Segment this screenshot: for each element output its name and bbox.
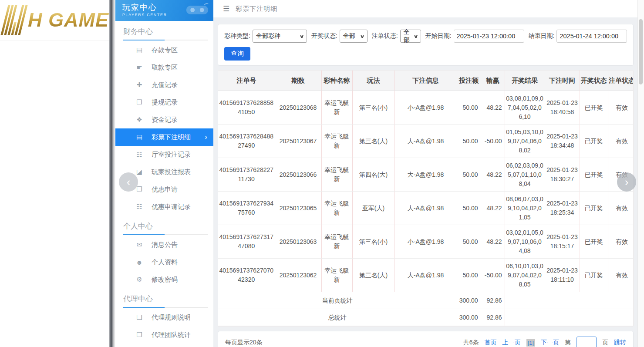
money-bag-icon: ✚	[135, 81, 144, 89]
user-icon: ☻	[135, 259, 144, 266]
sidebar-item-personal-profile[interactable]: ☻个人资料	[115, 253, 213, 271]
brand-logo: H GAME	[0, 0, 109, 40]
cell-issue: 20250123067	[275, 125, 321, 158]
draw-status-select[interactable]: 全部 ∨	[340, 30, 368, 43]
collapse-left-button[interactable]: ‹	[119, 172, 138, 192]
filter-panel: 彩种类型: 全部彩种 ∨ 开奖状态: 全部 ∨ 注单状态:	[218, 24, 634, 66]
sidebar-item-label: 个人资料	[152, 258, 178, 266]
sidebar-item-message-notice[interactable]: ✉消息公告	[115, 236, 213, 253]
cell-lottery-name: 幸运飞艇新	[321, 91, 352, 125]
sidebar-item-funds-records[interactable]: ❖资金记录	[115, 111, 213, 128]
cell-lottery-name: 幸运飞艇新	[321, 259, 352, 292]
page-size-text: 每页显示20条	[225, 339, 263, 347]
list-icon: ☷	[135, 203, 144, 211]
cell-play-type: 第三名(小)	[352, 225, 394, 259]
cell-bet-info: 大-A盘@1.98	[394, 125, 457, 158]
overlay-shadow	[109, 0, 115, 347]
sidebar-item-promo-apply-records[interactable]: ☷优惠申请记录	[115, 198, 213, 216]
sidebar-item-label: 修改密码	[152, 276, 178, 284]
sidebar-item-agent-rules[interactable]: ❏代理规则说明	[115, 309, 213, 326]
start-date-group: 开始日期:	[425, 30, 524, 43]
col-header-bet-amount: 投注额	[457, 71, 481, 91]
cell-issue: 20250123068	[275, 91, 321, 125]
draw-status-label: 开奖状态:	[311, 32, 337, 40]
vertical-scrollbar[interactable]	[637, 0, 644, 347]
summary-win-loss: 92.86	[481, 309, 505, 326]
underlying-page: H GAME	[0, 0, 109, 347]
sidebar-item-label: 消息公告	[152, 241, 178, 249]
cell-win-loss: 48.22	[481, 158, 505, 192]
lottery-type-group: 彩种类型: 全部彩种 ∨	[224, 30, 307, 43]
sidebar-item-hall-bet-records[interactable]: ☷厅室投注记录	[115, 146, 213, 163]
cell-draw-status: 已开奖	[580, 91, 608, 125]
pager-controls: 共6条 首页 上一页 [1] 下一页 第 页 跳转	[463, 337, 626, 347]
sidebar-item-label: 充值记录	[152, 81, 178, 89]
sidebar-item-withdraw-records[interactable]: ❒提现记录	[115, 94, 213, 111]
cell-lottery-name: 幸运飞艇新	[321, 158, 352, 192]
sidebar-item-recharge-records[interactable]: ✚充值记录	[115, 76, 213, 94]
chevron-down-icon: ∨	[360, 34, 365, 39]
table-row: 40156917376288584105020250123068幸运飞艇新第三名…	[218, 91, 634, 125]
cell-play-type: 第四名(大)	[352, 158, 394, 192]
start-date-input[interactable]	[454, 30, 524, 43]
cell-bet-info: 小-A盘@1.98	[394, 91, 457, 125]
cell-bet-time: 2025-01-23 18:25:34	[545, 192, 580, 225]
bet-status-select[interactable]: 全部 ∨	[400, 30, 421, 43]
cell-issue: 20250123066	[275, 158, 321, 192]
table-header-row: 注单号期数彩种名称玩法下注信息投注额输赢开奖结果下注时间开奖状态注单状态	[218, 71, 634, 91]
sidebar-item-label: 厅室投注记录	[152, 151, 191, 159]
end-date-group: 结束日期:	[529, 30, 627, 43]
first-page-link[interactable]: 首页	[485, 339, 497, 347]
cell-bet-amount: 50.00	[457, 225, 481, 259]
purse-icon: ❖	[135, 116, 144, 124]
scroll-right-button[interactable]: ›	[617, 172, 636, 192]
end-date-label: 结束日期:	[529, 32, 555, 40]
scrollbar-thumb[interactable]	[639, 19, 643, 84]
section-underline	[123, 307, 208, 308]
cell-bet-id: 401569173762707042320	[218, 259, 275, 292]
jump-button[interactable]: 跳转	[614, 339, 626, 347]
cell-draw-result: 08,06,07,03,09,10,04,02,01,05	[505, 192, 545, 225]
table-row: 40156917376279347576020250123065幸运飞艇新亚军(…	[218, 192, 634, 225]
col-header-bet-time: 下注时间	[545, 71, 580, 91]
sidebar-item-deposit-zone[interactable]: ▤存款专区	[115, 41, 213, 59]
cell-win-loss: -50.00	[481, 259, 505, 292]
report-chart-icon: ◪	[135, 168, 144, 176]
list-icon: ☷	[135, 151, 144, 158]
col-header-draw-status: 开奖状态	[580, 71, 608, 91]
cell-draw-result: 06,10,01,03,09,07,04,02,08,05	[505, 259, 545, 292]
sidebar-item-label: 彩票下注明细	[152, 133, 191, 141]
chevron-right-icon: ›	[205, 133, 207, 141]
col-header-bet-info: 下注信息	[394, 71, 457, 91]
document-icon: ❏	[135, 313, 144, 321]
sidebar-item-lottery-bet-detail[interactable]: ▤彩票下注明细›	[115, 128, 213, 146]
sidebar-item-agent-team-stats[interactable]: ❐代理团队统计	[115, 326, 213, 344]
ticket-list-icon: ▤	[135, 133, 144, 141]
sidebar-item-label: 资金记录	[152, 116, 178, 124]
col-header-bet-status: 注单状态	[608, 71, 634, 91]
summary-bet-amount: 300.00	[457, 292, 481, 309]
end-date-input[interactable]	[556, 30, 627, 43]
sidebar-item-change-password[interactable]: ⚙修改密码	[115, 271, 213, 288]
gear-icon: ⚙	[135, 276, 144, 283]
jump-page-input[interactable]	[577, 337, 597, 347]
table-row: 40156917376270704232020250123062幸运飞艇新第三名…	[218, 259, 634, 292]
menu-toggle-icon[interactable]: ☰	[223, 4, 229, 13]
lottery-type-label: 彩种类型:	[224, 32, 250, 40]
current-page-indicator[interactable]: [1]	[526, 339, 535, 347]
cell-bet-status: 有效	[608, 125, 634, 158]
cell-play-type: 第三名(小)	[352, 91, 394, 125]
next-page-link[interactable]: 下一页	[541, 339, 559, 347]
table-row: 40156917376273174708020250123063幸运飞艇新第三名…	[218, 225, 634, 259]
summary-win-loss: 92.86	[481, 292, 505, 309]
cell-win-loss: 48.22	[481, 192, 505, 225]
sidebar-item-withdraw-zone[interactable]: ☛取款专区	[115, 59, 213, 76]
col-header-draw-result: 开奖结果	[505, 71, 545, 91]
cell-draw-result: 03,02,01,05,09,07,10,06,04,08	[505, 225, 545, 259]
cell-bet-status: 有效	[608, 192, 634, 225]
search-button[interactable]: 查询	[224, 47, 250, 61]
sidebar-header: 玩家中心 PLAYERS CENTER	[115, 0, 213, 21]
lottery-type-select[interactable]: 全部彩种 ∨	[253, 30, 307, 43]
sidebar-item-label: 优惠申请记录	[152, 203, 191, 211]
prev-page-link[interactable]: 上一页	[502, 339, 521, 347]
